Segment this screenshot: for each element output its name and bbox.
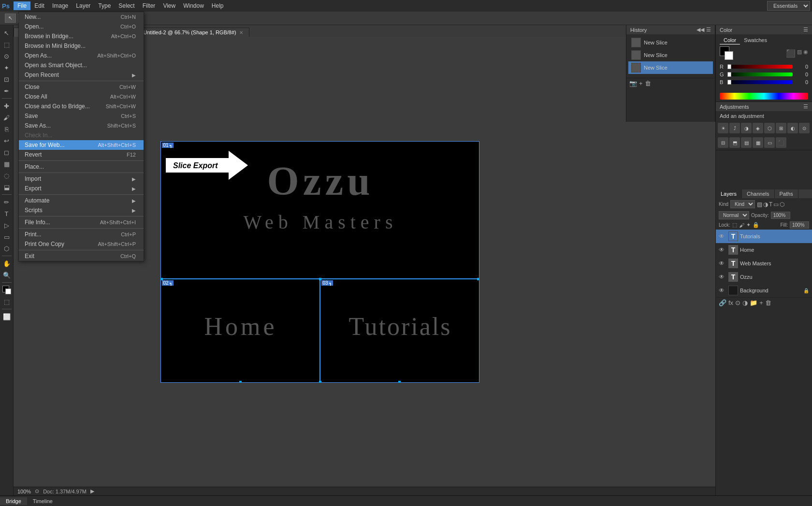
slider-r-thumb[interactable] — [727, 64, 731, 69]
layer-item-webmasters[interactable]: 👁 T Web Masters — [716, 257, 812, 270]
menu-export[interactable]: Export ▶ — [19, 184, 144, 193]
bottom-tab-bridge[interactable]: Bridge — [0, 497, 27, 505]
filter-pixel-icon[interactable]: ▨ — [757, 201, 762, 208]
color-mode-icon-2[interactable]: ▨ — [797, 49, 802, 58]
layers-mask-icon[interactable]: ⊙ — [735, 299, 740, 306]
bottom-tab-timeline[interactable]: Timeline — [27, 497, 58, 505]
adj-brightness[interactable]: ☀ — [718, 123, 728, 133]
tool-history-brush[interactable]: ↩ — [1, 135, 12, 146]
tool-quick-select[interactable]: ✦ — [1, 62, 12, 73]
menu-type[interactable]: Type — [94, 1, 115, 10]
menu-check-in[interactable]: Check In... — [19, 130, 144, 140]
tab-untitled2-close[interactable]: ✕ — [239, 30, 243, 35]
tool-gradient[interactable]: ▦ — [1, 159, 12, 169]
options-btn-1[interactable]: ↖ — [5, 14, 16, 23]
history-snapshot-icon[interactable]: 📷 — [629, 80, 637, 87]
color-panel-header[interactable]: Color ☰ — [716, 25, 812, 34]
lock-transparent-icon[interactable]: ⬚ — [732, 222, 737, 228]
tool-select-rect[interactable]: ⬚ — [1, 39, 12, 50]
history-delete-icon[interactable]: 🗑 — [645, 80, 651, 87]
adj-curves[interactable]: ⤴ — [729, 123, 740, 133]
menu-exit[interactable]: Exit Ctrl+Q — [19, 251, 144, 261]
filter-adj-icon[interactable]: ◑ — [763, 201, 768, 208]
slider-b-thumb[interactable] — [727, 80, 731, 85]
menu-help[interactable]: Help — [208, 1, 228, 10]
adj-channel-mix[interactable]: ⊟ — [718, 137, 728, 148]
history-item-3[interactable]: New Slice — [628, 61, 713, 74]
tool-move[interactable]: ↖ — [1, 28, 12, 38]
menu-open-recent[interactable]: Open Recent ▶ — [19, 70, 144, 80]
layers-new-icon[interactable]: + — [759, 299, 763, 306]
menu-open-smart[interactable]: Open as Smart Object... — [19, 60, 144, 70]
tool-shape[interactable]: ▭ — [1, 231, 12, 242]
adj-photo-filter[interactable]: ⊙ — [799, 123, 810, 133]
layer-vis-home[interactable]: 👁 — [719, 246, 726, 253]
layer-item-ozzu[interactable]: 👁 T Ozzu — [716, 270, 812, 284]
color-mode-icon-3[interactable]: ◉ — [803, 49, 808, 58]
color-tab-color[interactable]: Color — [720, 36, 740, 44]
adj-exposure[interactable]: ◑ — [741, 123, 752, 133]
tool-path-select[interactable]: ▷ — [1, 220, 12, 231]
menu-file[interactable]: File — [14, 1, 30, 10]
tool-stamp[interactable]: ⎘ — [1, 124, 12, 134]
slider-g-thumb[interactable] — [727, 72, 731, 77]
menu-save-as[interactable]: Save As... Shift+Ctrl+S — [19, 121, 144, 130]
menu-revert[interactable]: Revert F12 — [19, 150, 144, 159]
tool-dodge[interactable]: ⬓ — [1, 182, 12, 192]
menu-file-info[interactable]: File Info... Alt+Shift+Ctrl+I — [19, 217, 144, 227]
menu-import[interactable]: Import ▶ — [19, 174, 144, 184]
tool-heal[interactable]: ✚ — [1, 101, 12, 111]
bg-color[interactable] — [725, 51, 733, 60]
adjustments-panel-header[interactable]: Adjustments ☰ — [716, 102, 812, 111]
tool-eyedropper[interactable]: ✒ — [1, 86, 12, 96]
menu-layer[interactable]: Layer — [72, 1, 94, 10]
adj-bw[interactable]: ◐ — [787, 123, 798, 133]
layer-item-tutorials[interactable]: 👁 T Tutorials — [716, 230, 812, 243]
menu-print[interactable]: Print... Ctrl+P — [19, 230, 144, 239]
adj-color-balance[interactable]: ⊞ — [776, 123, 786, 133]
menu-new[interactable]: New... Ctrl+N — [19, 12, 144, 22]
tab-channels[interactable]: Channels — [742, 189, 774, 198]
slider-g-track[interactable] — [727, 72, 793, 76]
history-expand-icon[interactable]: ◀◀ — [696, 27, 704, 33]
adj-threshold[interactable]: ▦ — [753, 137, 763, 148]
tool-pen[interactable]: ✏ — [1, 197, 12, 207]
adj-vibrance[interactable]: ◈ — [753, 123, 763, 133]
status-expand-icon[interactable]: ▶ — [90, 488, 94, 494]
tool-text[interactable]: T — [1, 208, 12, 219]
tool-eraser[interactable]: ◻ — [1, 147, 12, 158]
adj-hsl[interactable]: ⬡ — [764, 123, 775, 133]
layer-item-background[interactable]: 👁 Background 🔒 — [716, 284, 812, 297]
adj-invert[interactable]: ⬒ — [729, 137, 740, 148]
layers-link-icon[interactable]: 🔗 — [719, 299, 726, 306]
filter-smart-icon[interactable]: ⬡ — [780, 201, 784, 208]
slider-b-track[interactable] — [727, 80, 793, 84]
lock-all-icon[interactable]: 🔒 — [753, 222, 759, 228]
menu-filter[interactable]: Filter — [139, 1, 160, 10]
fill-input[interactable] — [790, 221, 809, 229]
menu-view[interactable]: View — [159, 1, 179, 10]
adj-gradient-map[interactable]: ▭ — [764, 137, 775, 148]
tool-crop[interactable]: ⊡ — [1, 74, 12, 85]
menu-close-all[interactable]: Close All Alt+Ctrl+W — [19, 92, 144, 101]
color-spectrum-bar[interactable] — [720, 93, 808, 100]
layer-vis-webmasters[interactable]: 👁 — [719, 260, 726, 267]
layers-fx-icon[interactable]: fx — [728, 299, 733, 306]
color-panel-menu-icon[interactable]: ☰ — [803, 27, 808, 33]
menu-open-as[interactable]: Open As... Alt+Shift+Ctrl+O — [19, 51, 144, 60]
tool-fg-bg-color[interactable] — [1, 285, 12, 295]
history-create-new-icon[interactable]: + — [639, 80, 643, 87]
history-item-1[interactable]: New Slice — [628, 36, 713, 49]
tool-hand[interactable]: ✋ — [1, 258, 12, 269]
layer-vis-tutorials[interactable]: 👁 — [719, 233, 726, 240]
menu-save-web[interactable]: Save for Web... Alt+Shift+Ctrl+S — [19, 140, 144, 150]
menu-image[interactable]: Image — [48, 1, 72, 10]
essentials-dropdown[interactable]: Essentials — [767, 1, 810, 11]
layers-delete-icon[interactable]: 🗑 — [765, 299, 771, 306]
lock-move-icon[interactable]: ✦ — [746, 222, 751, 228]
tool-quick-mask[interactable]: ⬚ — [1, 296, 12, 307]
menu-automate[interactable]: Automate ▶ — [19, 196, 144, 205]
layer-vis-ozzu[interactable]: 👁 — [719, 274, 726, 280]
layer-vis-background[interactable]: 👁 — [719, 287, 726, 294]
menu-save[interactable]: Save Ctrl+S — [19, 111, 144, 121]
